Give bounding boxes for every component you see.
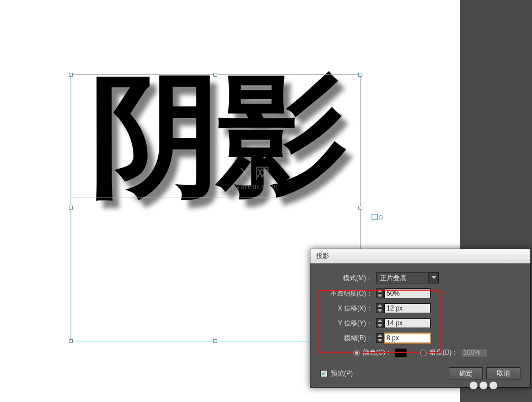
- yoffset-row: Y 位移(Y)： 14 px: [320, 318, 520, 328]
- dropdown-icon[interactable]: [429, 272, 439, 283]
- color-swatch[interactable]: [395, 349, 407, 357]
- preview-checkbox[interactable]: ✔: [320, 370, 327, 377]
- mode-row: 模式(M)： 正片叠底: [320, 272, 520, 283]
- svg-marker-2: [378, 294, 382, 297]
- spinner-down-icon[interactable]: [376, 293, 384, 298]
- blur-row: 模糊(B)： 8 px: [320, 333, 520, 343]
- svg-marker-4: [378, 309, 382, 312]
- drop-shadow-dialog: 投影 模式(M)： 正片叠底 不透明度(O)： 50% X 位移(X)：: [310, 249, 531, 388]
- opacity-spinner[interactable]: [376, 288, 384, 298]
- resize-handle-tl[interactable]: [69, 73, 73, 77]
- spinner-up-icon[interactable]: [376, 318, 384, 323]
- color-radio[interactable]: [353, 350, 360, 356]
- svg-marker-8: [378, 339, 382, 342]
- mode-label: 模式(M)：: [320, 274, 373, 283]
- spinner-up-icon[interactable]: [376, 333, 384, 338]
- svg-marker-7: [378, 334, 382, 337]
- xoffset-label: X 位移(X)：: [320, 304, 373, 313]
- dialog-title[interactable]: 投影: [310, 249, 530, 264]
- preview-label: 预览(P): [331, 369, 353, 378]
- blur-label: 模糊(B)：: [320, 334, 373, 343]
- color-label: 颜色(C)：: [363, 348, 392, 357]
- svg-marker-5: [378, 319, 382, 322]
- resize-handle-bl[interactable]: [69, 339, 73, 343]
- xoffset-spinner[interactable]: [376, 303, 384, 313]
- svg-marker-3: [378, 304, 382, 307]
- spinner-down-icon[interactable]: [376, 323, 384, 328]
- opacity-input[interactable]: 50%: [384, 288, 431, 298]
- text-outport-circle-icon: [379, 215, 383, 219]
- spinner-up-icon[interactable]: [376, 303, 384, 308]
- mode-value: 正片叠底: [376, 272, 429, 283]
- color-darkness-row: 颜色(C)： 暗度(D)： 100%: [353, 348, 520, 357]
- blur-spinner[interactable]: [376, 333, 384, 343]
- mode-select[interactable]: 正片叠底: [376, 272, 439, 283]
- resize-handle-tm[interactable]: [213, 73, 217, 77]
- resize-handle-tr[interactable]: [358, 73, 362, 77]
- cancel-button[interactable]: 取消: [486, 367, 520, 379]
- xoffset-row: X 位移(X)： 12 px: [320, 303, 520, 313]
- ok-button[interactable]: 确定: [449, 367, 483, 379]
- spinner-up-icon[interactable]: [376, 288, 384, 293]
- paw-icon: [470, 382, 497, 389]
- resize-handle-mr[interactable]: [358, 206, 362, 210]
- spinner-down-icon[interactable]: [376, 308, 384, 313]
- yoffset-label: Y 位移(Y)：: [320, 319, 373, 328]
- yoffset-input[interactable]: 14 px: [384, 318, 431, 328]
- dialog-footer: ✔ 预览(P) 确定 取消: [320, 367, 520, 379]
- xoffset-input[interactable]: 12 px: [384, 303, 431, 313]
- opacity-label: 不透明度(O)：: [320, 289, 373, 298]
- resize-handle-ml[interactable]: [69, 206, 73, 210]
- darkness-input[interactable]: 100%: [461, 348, 487, 357]
- svg-marker-0: [432, 276, 436, 279]
- spinner-down-icon[interactable]: [376, 338, 384, 343]
- blur-input[interactable]: 8 px: [384, 333, 431, 343]
- yoffset-spinner[interactable]: [376, 318, 384, 328]
- svg-marker-1: [378, 290, 382, 292]
- svg-marker-6: [378, 324, 382, 327]
- text-outport[interactable]: [372, 214, 378, 220]
- opacity-row: 不透明度(O)： 50%: [320, 288, 520, 298]
- darkness-radio[interactable]: [420, 350, 427, 356]
- resize-handle-bm[interactable]: [213, 339, 217, 343]
- darkness-label: 暗度(D)：: [429, 348, 459, 357]
